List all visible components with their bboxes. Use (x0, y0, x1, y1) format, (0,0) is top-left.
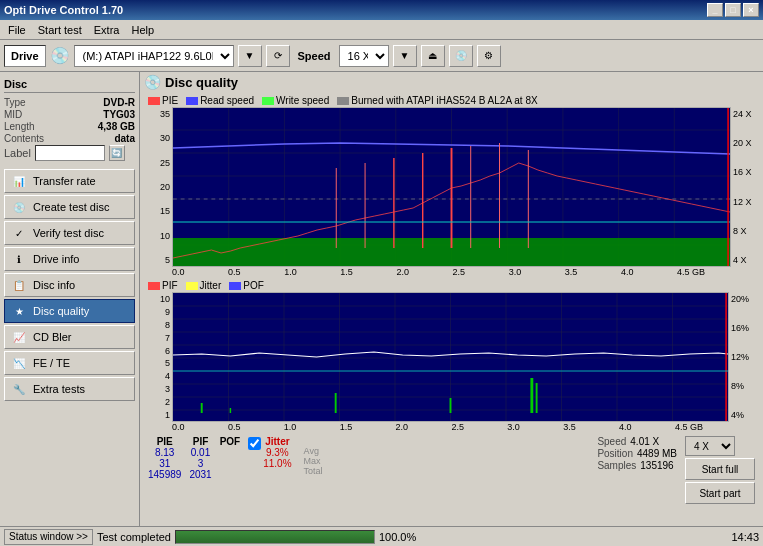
pof-total (229, 469, 232, 480)
disc-section-title: Disc (4, 76, 135, 93)
minimize-button[interactable]: _ (707, 3, 723, 17)
legend-jitter-color (186, 282, 198, 290)
bottom-chart-container: 10987654321 (144, 292, 759, 422)
settings-btn[interactable]: ⚙ (477, 45, 501, 67)
cd-bler-icon: 📈 (11, 329, 27, 345)
right-stats: Speed 4.01 X Position 4489 MB Samples 13… (597, 436, 755, 504)
pie-max: 31 (159, 458, 170, 469)
bottom-chart-svg (173, 293, 728, 422)
speed-action-buttons: 4 X Start full Start part (685, 436, 755, 504)
stats-row: PIE 8.13 31 145989 PIF 0.01 3 2031 POF (144, 434, 759, 506)
transfer-rate-icon: 📊 (11, 173, 27, 189)
drive-label: Drive (4, 45, 46, 67)
menu-start-test[interactable]: Start test (32, 22, 88, 38)
maximize-button[interactable]: □ (725, 3, 741, 17)
legend-read-speed-label: Read speed (200, 95, 254, 106)
eject-btn[interactable]: ⏏ (421, 45, 445, 67)
length-label: Length (4, 121, 35, 132)
speed-stat-label: Speed (597, 436, 626, 447)
speed-position-samples: Speed 4.01 X Position 4489 MB Samples 13… (597, 436, 677, 471)
status-window-button[interactable]: Status window >> (4, 529, 93, 545)
legend-write-speed: Write speed (262, 95, 329, 106)
content-title: 💿 Disc quality (144, 74, 759, 90)
legend-pie-label: PIE (162, 95, 178, 106)
progress-bar-fill (176, 531, 374, 543)
legend-pif-color (148, 282, 160, 290)
jitter-checkbox[interactable] (248, 437, 261, 450)
contents-value: data (114, 133, 135, 144)
pif-avg: 0.01 (191, 447, 210, 458)
app-title: Opti Drive Control 1.70 (4, 4, 123, 16)
legend-burned: Burned with ATAPI iHAS524 B AL2A at 8X (337, 95, 537, 106)
legend-write-speed-label: Write speed (276, 95, 329, 106)
menu-extra[interactable]: Extra (88, 22, 126, 38)
speed-arrow-btn[interactable]: ▼ (393, 45, 417, 67)
samples-label: Samples (597, 460, 636, 471)
refresh-btn[interactable]: ⟳ (266, 45, 290, 67)
position-label: Position (597, 448, 633, 459)
legend-pof: POF (229, 280, 264, 291)
content-area: 💿 Disc quality PIE Read speed Write spee… (140, 72, 763, 546)
sidebar-btn-disc-info[interactable]: 📋 Disc info (4, 273, 135, 297)
pof-max (229, 458, 232, 469)
jitter-max: 11.0% (263, 458, 291, 469)
legend-write-speed-color (262, 97, 274, 105)
toolbar: Drive 💿 (M:) ATAPI iHAP122 9.6L0H ▼ ⟳ Sp… (0, 40, 763, 72)
jitter-avg: 9.3% (266, 447, 289, 458)
sidebar-btn-transfer-rate[interactable]: 📊 Transfer rate (4, 169, 135, 193)
verify-test-disc-icon: ✓ (11, 225, 27, 241)
menu-help[interactable]: Help (125, 22, 160, 38)
label-btn[interactable]: 🔄 (109, 145, 125, 161)
samples-value: 135196 (640, 460, 673, 471)
pie-header: PIE (157, 436, 173, 447)
status-text: Test completed (97, 531, 171, 543)
extra-tests-icon: 🔧 (11, 381, 27, 397)
pie-avg: 8.13 (155, 447, 174, 458)
time-display: 14:43 (731, 531, 759, 543)
start-part-button[interactable]: Start part (685, 482, 755, 504)
bottom-y-axis-left: 10987654321 (144, 292, 172, 422)
window-controls: _ □ × (707, 3, 759, 17)
fe-te-icon: 📉 (11, 355, 27, 371)
sidebar-btn-extra-tests[interactable]: 🔧 Extra tests (4, 377, 135, 401)
mid-value: TYG03 (103, 109, 135, 120)
disc-info-icon: 📋 (11, 277, 27, 293)
legend-jitter-label: Jitter (200, 280, 222, 291)
bottom-chart (172, 292, 729, 422)
legend-read-speed: Read speed (186, 95, 254, 106)
disc-btn[interactable]: 💿 (449, 45, 473, 67)
speed-select[interactable]: 16 X (339, 45, 389, 67)
sidebar: Disc Type DVD-R MID TYG03 Length 4,38 GB… (0, 72, 140, 546)
drive-info-icon: ℹ (11, 251, 27, 267)
speed-dropdown[interactable]: 4 X (685, 436, 735, 456)
create-test-disc-icon: 💿 (11, 199, 27, 215)
bottom-x-axis: 0.00.51.01.52.02.53.03.54.04.5 GB (144, 422, 733, 432)
sidebar-btn-drive-info[interactable]: ℹ Drive info (4, 247, 135, 271)
bottom-chart-legend: PIF Jitter POF (144, 279, 759, 292)
pif-total: 2031 (189, 469, 211, 480)
label-input[interactable] (35, 145, 105, 161)
drive-select[interactable]: (M:) ATAPI iHAP122 9.6L0H (74, 45, 234, 67)
top-y-axis-left: 35 30 25 20 15 10 5 (144, 107, 172, 267)
sidebar-btn-create-test-disc[interactable]: 💿 Create test disc (4, 195, 135, 219)
sidebar-btn-verify-test-disc[interactable]: ✓ Verify test disc (4, 221, 135, 245)
pof-avg (229, 447, 232, 458)
stat-jitter: Jitter 9.3% 11.0% (248, 436, 291, 469)
close-button[interactable]: × (743, 3, 759, 17)
start-full-button[interactable]: Start full (685, 458, 755, 480)
jitter-header: Jitter (265, 436, 289, 447)
sidebar-btn-cd-bler[interactable]: 📈 CD Bler (4, 325, 135, 349)
pif-header: PIF (193, 436, 209, 447)
legend-pof-color (229, 282, 241, 290)
sidebar-btn-disc-quality[interactable]: ★ Disc quality (4, 299, 135, 323)
length-value: 4,38 GB (98, 121, 135, 132)
disc-quality-icon: ★ (11, 303, 27, 319)
label-label: Label (4, 147, 31, 159)
drive-arrow-btn[interactable]: ▼ (238, 45, 262, 67)
sidebar-btn-fe-te[interactable]: 📉 FE / TE (4, 351, 135, 375)
menu-file[interactable]: File (2, 22, 32, 38)
legend-pie: PIE (148, 95, 178, 106)
bottom-y-axis-right: 20% 16% 12% 8% 4% (729, 292, 759, 422)
type-label: Type (4, 97, 26, 108)
content-title-text: Disc quality (165, 75, 238, 90)
